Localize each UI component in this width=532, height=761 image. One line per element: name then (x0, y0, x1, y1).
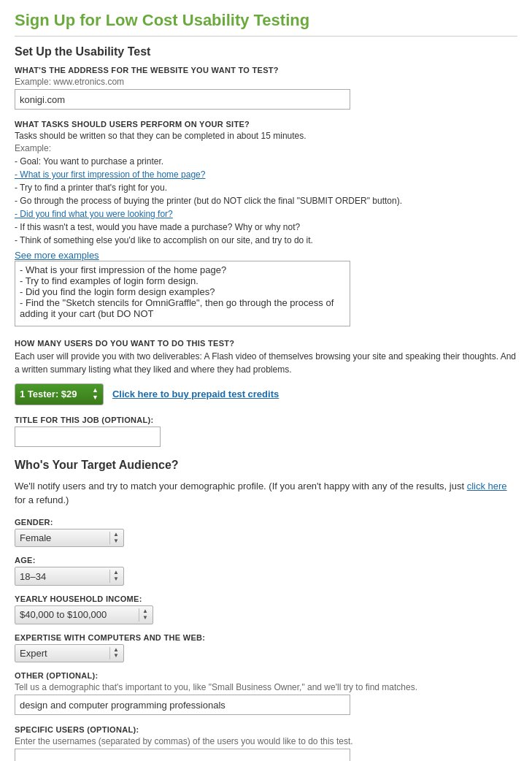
gender-label: GENDER: (15, 518, 517, 527)
specific-label: SPECIFIC USERS (OPTIONAL): (15, 725, 517, 734)
specific-hint: Enter the usernames (separated by commas… (15, 736, 517, 746)
age-arrows[interactable]: ▲ ▼ (109, 570, 119, 583)
income-select-wrapper[interactable]: Any Under $25,000 $25,000 to $40,000 $40… (15, 605, 153, 624)
age-select[interactable]: Any Under 18 18–34 35–49 50–64 65+ (20, 571, 107, 582)
age-section: AGE: Any Under 18 18–34 35–49 50–64 65+ … (15, 556, 517, 586)
tasks-textarea[interactable]: - What is your first impression of the h… (15, 261, 350, 326)
page-title: Sign Up for Low Cost Usability Testing (15, 11, 517, 30)
gender-down-arrow[interactable]: ▼ (113, 538, 119, 545)
tasks-examples-list: - Goal: You want to purchase a printer. … (15, 155, 517, 247)
buy-credits-link[interactable]: Click here to buy prepaid test credits (112, 389, 279, 399)
age-label: AGE: (15, 556, 517, 565)
gender-section: GENDER: Any Male Female ▲ ▼ (15, 518, 517, 548)
age-select-wrapper[interactable]: Any Under 18 18–34 35–49 50–64 65+ ▲ ▼ (15, 567, 124, 586)
expertise-select[interactable]: Any Novice Intermediate Expert (20, 648, 107, 659)
website-input[interactable] (15, 89, 350, 110)
example-item-7: - Think of something else you'd like to … (15, 234, 517, 247)
expertise-label: EXPERTISE WITH COMPUTERS AND THE WEB: (15, 633, 517, 642)
income-label: YEARLY HOUSEHOLD INCOME: (15, 594, 517, 603)
testers-label: HOW MANY USERS DO YOU WANT TO DO THIS TE… (15, 339, 517, 348)
income-section: YEARLY HOUSEHOLD INCOME: Any Under $25,0… (15, 594, 517, 624)
example-item-4: - Go through the process of buying the p… (15, 194, 517, 207)
tester-select-wrapper[interactable]: 1 Tester: $29 2 Testers: $58 3 Testers: … (15, 383, 104, 405)
other-section: OTHER (OPTIONAL): Tell us a demographic … (15, 671, 517, 715)
specific-users-input[interactable] (15, 749, 350, 761)
audience-intro: We'll notify users and try to match your… (15, 479, 517, 508)
income-select[interactable]: Any Under $25,000 $25,000 to $40,000 $40… (20, 609, 136, 620)
example-item-1: - Goal: You want to purchase a printer. (15, 155, 517, 168)
example-item-3: - Try to find a printer that's right for… (15, 181, 517, 194)
deliverables-note: Each user will provide you with two deli… (15, 350, 517, 376)
specific-users-section: SPECIFIC USERS (OPTIONAL): Enter the use… (15, 725, 517, 761)
tasks-example-heading: Example: (15, 143, 517, 153)
job-title-section: TITLE FOR THIS JOB (OPTIONAL): (15, 416, 517, 447)
income-down-arrow[interactable]: ▼ (142, 615, 148, 622)
website-label: WHAT'S THE ADDRESS FOR THE WEBSITE YOU W… (15, 66, 517, 74)
expertise-down-arrow[interactable]: ▼ (113, 653, 119, 659)
example-item-6: - If this wasn't a test, would you have … (15, 221, 517, 234)
example-item-2: - What is your first impression of the h… (15, 168, 517, 181)
job-title-input[interactable] (15, 427, 161, 447)
other-input[interactable] (15, 695, 350, 715)
section2-title: Who's Your Target Audience? (15, 459, 517, 472)
other-hint: Tell us a demographic that's important t… (15, 682, 517, 692)
tester-stepper[interactable]: ▲ ▼ (92, 387, 99, 402)
testers-section: HOW MANY USERS DO YOU WANT TO DO THIS TE… (15, 339, 517, 405)
audience-section: Who's Your Target Audience? We'll notify… (15, 459, 517, 761)
tasks-section: WHAT TASKS SHOULD USERS PERFORM ON YOUR … (15, 120, 517, 329)
website-example: Example: www.etronics.com (15, 77, 517, 87)
tester-down-arrow[interactable]: ▼ (92, 394, 99, 402)
see-more-link[interactable]: See more examples (15, 250, 99, 261)
tasks-label: WHAT TASKS SHOULD USERS PERFORM ON YOUR … (15, 120, 517, 129)
gender-select-wrapper[interactable]: Any Male Female ▲ ▼ (15, 529, 124, 548)
job-title-label: TITLE FOR THIS JOB (OPTIONAL): (15, 416, 517, 424)
expertise-section: EXPERTISE WITH COMPUTERS AND THE WEB: An… (15, 633, 517, 663)
expertise-select-wrapper[interactable]: Any Novice Intermediate Expert ▲ ▼ (15, 644, 124, 663)
gender-select[interactable]: Any Male Female (20, 532, 107, 543)
refund-link[interactable]: click here (467, 481, 507, 492)
example-item-5: - Did you find what you were looking for… (15, 207, 517, 221)
tester-select[interactable]: 1 Tester: $29 2 Testers: $58 3 Testers: … (20, 389, 88, 399)
tester-row: 1 Tester: $29 2 Testers: $58 3 Testers: … (15, 383, 517, 405)
tasks-note: Tasks should be written so that they can… (15, 131, 517, 141)
expertise-arrows[interactable]: ▲ ▼ (109, 647, 119, 660)
income-arrows[interactable]: ▲ ▼ (139, 608, 148, 622)
other-label: OTHER (OPTIONAL): (15, 671, 517, 680)
section1-title: Set Up the Usability Test (15, 45, 517, 58)
age-down-arrow[interactable]: ▼ (113, 576, 119, 583)
gender-arrows[interactable]: ▲ ▼ (109, 532, 119, 545)
website-section: WHAT'S THE ADDRESS FOR THE WEBSITE YOU W… (15, 66, 517, 110)
